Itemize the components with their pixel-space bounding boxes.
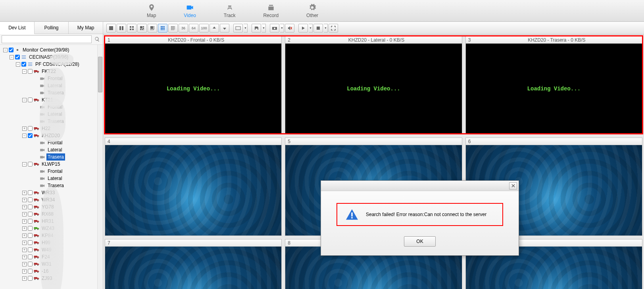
- tree-check[interactable]: [28, 212, 33, 216]
- collapse-icon[interactable]: −: [22, 162, 27, 167]
- expand-icon[interactable]: +: [22, 276, 27, 281]
- tree-check[interactable]: [28, 226, 33, 231]
- mute-button[interactable]: [285, 24, 294, 33]
- layout-100-button[interactable]: 100: [199, 24, 209, 33]
- tree-check[interactable]: [28, 262, 33, 266]
- tree-group-2[interactable]: − PF CDSINCA(12/28): [15, 61, 102, 68]
- tree-device[interactable]: −KLWP15: [21, 161, 102, 168]
- tree-device[interactable]: +H22: [21, 125, 102, 132]
- video-cell[interactable]: 1KHZD20 - Frontal - 0 KB/SLoading Video.…: [105, 36, 282, 134]
- layout-6-button[interactable]: [137, 24, 147, 33]
- layout-64-button[interactable]: 64: [189, 24, 198, 33]
- tree-check[interactable]: [28, 240, 33, 245]
- tree-check[interactable]: [28, 205, 33, 209]
- tree-camera[interactable]: Frontal: [28, 139, 102, 146]
- collapse-icon[interactable]: −: [10, 55, 14, 59]
- layout-4-button[interactable]: [127, 24, 136, 33]
- collapse-icon[interactable]: −: [22, 98, 27, 102]
- video-cell[interactable]: 4: [105, 138, 282, 236]
- video-area[interactable]: [105, 145, 281, 235]
- tree-device[interactable]: +HR31: [21, 218, 102, 225]
- tree-camera[interactable]: Trasera: [28, 182, 102, 189]
- expand-icon[interactable]: +: [22, 233, 27, 238]
- tree-camera[interactable]: Frontal: [28, 103, 102, 111]
- save-dropdown[interactable]: ▼: [262, 24, 266, 33]
- video-cell[interactable]: 7: [105, 239, 282, 289]
- layout-36-button[interactable]: 36: [179, 24, 188, 33]
- nav-track[interactable]: Track: [224, 3, 236, 18]
- nav-record[interactable]: Record: [263, 3, 279, 18]
- tree-device[interactable]: +YG78: [21, 203, 102, 211]
- tree-camera[interactable]: Lateral: [28, 82, 102, 89]
- tab-dev-list[interactable]: Dev List: [0, 22, 35, 34]
- tree-check[interactable]: [28, 190, 33, 195]
- tree-camera[interactable]: Frontal: [28, 168, 102, 175]
- expand-icon[interactable]: +: [22, 212, 27, 216]
- tree-device[interactable]: +H99: [21, 239, 102, 246]
- tree-camera[interactable]: Trasera: [28, 153, 102, 161]
- expand-icon[interactable]: +: [22, 255, 27, 259]
- play-dropdown[interactable]: ▼: [309, 24, 313, 33]
- tree-camera[interactable]: Trasera: [28, 89, 102, 96]
- tree-check[interactable]: [28, 126, 33, 131]
- expand-icon[interactable]: +: [22, 269, 27, 274]
- expand-icon[interactable]: +: [22, 126, 27, 131]
- tree-device[interactable]: −KT21: [21, 96, 102, 103]
- nav-video[interactable]: Video: [184, 3, 196, 18]
- tree-device[interactable]: +ZJ93: [21, 275, 102, 282]
- device-tree[interactable]: − Monitor Center(39/98) − CECINASP(39/96…: [0, 45, 103, 289]
- tree-root[interactable]: − Monitor Center(39/98): [2, 46, 102, 54]
- tree-device[interactable]: −FKT22: [21, 68, 102, 75]
- tree-check[interactable]: [28, 219, 33, 224]
- tree-device[interactable]: +F24: [21, 253, 102, 260]
- search-button[interactable]: [93, 35, 101, 43]
- layout-1-button[interactable]: [106, 24, 116, 33]
- tree-device[interactable]: +WZ43: [21, 225, 102, 232]
- tree-device[interactable]: +W31: [21, 260, 102, 268]
- tree-group-1[interactable]: − CECINASP(39/96): [9, 54, 102, 61]
- dialog-close-button[interactable]: [509, 182, 517, 189]
- tree-camera[interactable]: Lateral: [28, 146, 102, 153]
- tree-check[interactable]: [28, 233, 33, 238]
- video-area[interactable]: [105, 247, 281, 289]
- search-input[interactable]: [2, 35, 92, 43]
- expand-icon[interactable]: +: [22, 248, 27, 252]
- tree-device[interactable]: +RX68: [21, 211, 102, 218]
- tree-check[interactable]: [28, 98, 33, 102]
- dialog-titlebar[interactable]: [321, 181, 519, 191]
- scrollbar-thumb[interactable]: [98, 57, 102, 92]
- page-up-button[interactable]: [210, 24, 219, 33]
- tree-device[interactable]: +-16: [21, 268, 102, 275]
- collapse-icon[interactable]: −: [16, 62, 20, 67]
- layout-2v-button[interactable]: [117, 24, 126, 33]
- tree-camera[interactable]: Lateral: [28, 175, 102, 182]
- video-area[interactable]: Loading Video...: [285, 44, 461, 134]
- fullscreen-button[interactable]: [329, 24, 338, 33]
- dialog-ok-button[interactable]: OK: [404, 236, 435, 247]
- tree-device[interactable]: +W49: [21, 246, 102, 253]
- expand-icon[interactable]: +: [22, 191, 27, 195]
- save-button[interactable]: [252, 24, 261, 33]
- tree-scrollbar[interactable]: [97, 45, 103, 289]
- tree-camera[interactable]: Frontal: [28, 75, 102, 82]
- video-area[interactable]: Loading Video...: [105, 44, 281, 134]
- tree-device[interactable]: +WR34: [21, 196, 102, 203]
- tree-check[interactable]: [28, 162, 33, 167]
- layout-8-button[interactable]: [148, 24, 157, 33]
- snapshot-dropdown[interactable]: ▼: [280, 24, 284, 33]
- expand-icon[interactable]: +: [22, 205, 27, 209]
- stop-button[interactable]: [313, 24, 323, 33]
- layout-9-button[interactable]: [158, 24, 167, 33]
- aspect-dropdown[interactable]: ▼: [244, 24, 248, 33]
- tree-check[interactable]: [15, 55, 20, 59]
- tree-check[interactable]: [28, 269, 33, 274]
- expand-icon[interactable]: +: [22, 198, 27, 202]
- video-cell[interactable]: 3KHZD20 - Trasera - 0 KB/SLoading Video.…: [465, 36, 642, 134]
- nav-other[interactable]: Other: [306, 3, 318, 18]
- tree-check[interactable]: [28, 197, 33, 202]
- tree-check[interactable]: [28, 133, 33, 138]
- page-down-button[interactable]: [220, 24, 229, 33]
- expand-icon[interactable]: +: [22, 241, 27, 245]
- tree-check[interactable]: [21, 62, 26, 67]
- tree-device[interactable]: −KHZD20: [21, 132, 102, 139]
